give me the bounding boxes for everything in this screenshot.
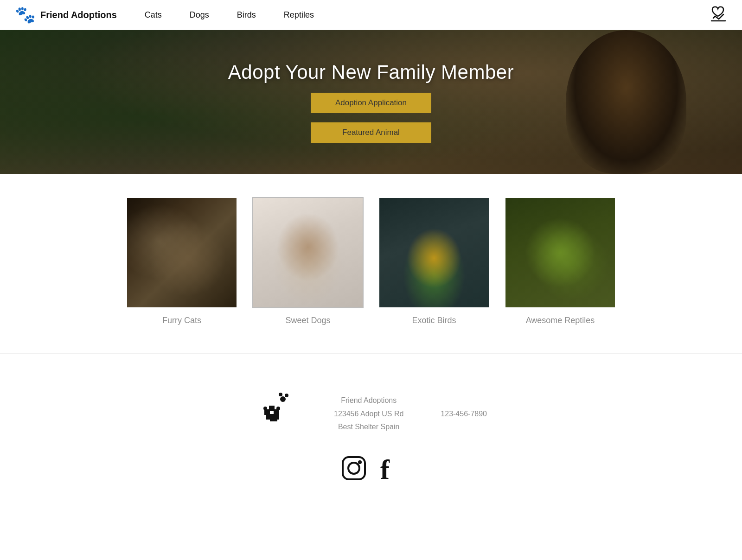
animal-card-birds[interactable]: Exotic Birds — [378, 197, 490, 325]
nav-birds[interactable]: Birds — [237, 10, 256, 20]
footer-wrapper: Friend Adoptions 123456 Adopt US Rd Best… — [19, 372, 723, 496]
logo-text: Friend Adoptions — [40, 10, 117, 20]
footer-top-row: Friend Adoptions 123456 Adopt US Rd Best… — [19, 372, 723, 446]
instagram-icon[interactable] — [341, 456, 366, 483]
nav-dogs[interactable]: Dogs — [190, 10, 209, 20]
site-header: 🐾 Friend Adoptions Cats Dogs Birds Repti… — [0, 0, 742, 30]
svg-point-1 — [285, 394, 288, 397]
dogs-image-wrap — [252, 197, 364, 308]
footer-address: Friend Adoptions 123456 Adopt US Rd Best… — [334, 394, 403, 434]
svg-point-10 — [276, 407, 280, 410]
svg-point-0 — [280, 396, 286, 402]
svg-point-2 — [279, 393, 282, 396]
footer-address-city: Best Shelter Spain — [334, 420, 403, 434]
reptiles-label: Awesome Reptiles — [526, 316, 595, 325]
animal-card-reptiles[interactable]: Awesome Reptiles — [505, 197, 616, 325]
svg-point-12 — [348, 463, 359, 474]
hero-content: Adopt Your New Family Member Adoption Ap… — [228, 61, 514, 143]
cats-image-wrap — [126, 197, 237, 308]
cats-label: Furry Cats — [162, 316, 201, 325]
animal-card-dogs[interactable]: Sweet Dogs — [252, 197, 364, 325]
animal-grid-section: Furry Cats Sweet Dogs Exotic Birds Aweso… — [0, 174, 742, 335]
svg-rect-11 — [343, 457, 365, 479]
birds-image-wrap — [378, 197, 490, 308]
featured-animal-button[interactable]: Featured Animal — [311, 122, 431, 143]
nav-reptiles[interactable]: Reptiles — [284, 10, 314, 20]
footer-logo-icon — [255, 391, 297, 433]
hero-section: Adopt Your New Family Member Adoption Ap… — [0, 30, 742, 174]
logo-area[interactable]: 🐾 Friend Adoptions — [15, 6, 117, 23]
adoption-application-button[interactable]: Adoption Application — [311, 93, 431, 113]
birds-image — [379, 198, 489, 307]
nav-cats[interactable]: Cats — [145, 10, 162, 20]
reptiles-image-wrap — [505, 197, 616, 308]
logo-icon: 🐾 — [15, 6, 36, 23]
hero-title: Adopt Your New Family Member — [228, 61, 514, 83]
svg-point-13 — [358, 460, 362, 464]
reptiles-image — [505, 198, 615, 307]
dogs-image — [253, 198, 363, 307]
main-nav: Cats Dogs Birds Reptiles — [145, 10, 709, 20]
animal-card-cats[interactable]: Furry Cats — [126, 197, 237, 325]
svg-rect-7 — [266, 415, 271, 420]
footer-logo — [255, 391, 297, 437]
dogs-label: Sweet Dogs — [285, 316, 330, 325]
footer-social-row: f — [341, 446, 401, 496]
footer-org-name: Friend Adoptions — [334, 394, 403, 407]
svg-rect-8 — [275, 415, 279, 420]
cats-image — [127, 198, 237, 307]
footer-phone: 123-456-7890 — [441, 410, 487, 418]
site-footer: Friend Adoptions 123456 Adopt US Rd Best… — [0, 353, 742, 520]
birds-label: Exotic Birds — [412, 316, 456, 325]
footer-address-street: 123456 Adopt US Rd — [334, 407, 403, 421]
svg-point-9 — [263, 407, 267, 410]
svg-text:f: f — [380, 456, 390, 481]
facebook-icon[interactable]: f — [380, 456, 401, 483]
animal-grid: Furry Cats Sweet Dogs Exotic Birds Aweso… — [0, 174, 742, 335]
header-donate[interactable] — [709, 5, 727, 25]
hero-dog-image — [566, 30, 686, 174]
donate-icon — [709, 5, 727, 22]
